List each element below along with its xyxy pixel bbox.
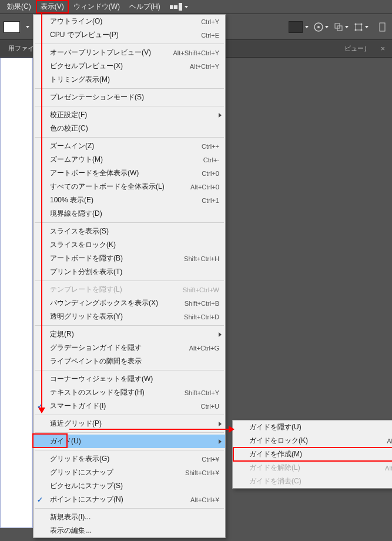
artboard[interactable] — [0, 58, 33, 528]
menu-item-label: ガイドを隠す(U) — [249, 422, 392, 432]
menu-item-shortcut: Ctrl++ — [202, 143, 219, 150]
menu-view[interactable]: 表示(V) — [36, 0, 69, 14]
menu-item-label: バウンディングボックスを表示(X) — [50, 298, 185, 308]
svg-point-8 — [361, 29, 363, 31]
menu-item[interactable]: トリミング表示(M) — [33, 73, 225, 86]
menu-item[interactable]: 境界線を隠す(D) — [33, 207, 225, 221]
menu-item-shortcut: Ctrl+U — [201, 403, 219, 410]
menu-item-shortcut: Shift+Ctrl+B — [185, 300, 219, 307]
close-icon[interactable]: × — [377, 45, 388, 53]
menu-item[interactable]: スライスをロック(K) — [33, 238, 225, 252]
submenu-item[interactable]: ガイドをロック(K)Alt+Ctrl+; — [233, 434, 392, 448]
submenu-item[interactable]: ガイドを作成(M)Ctrl+5 — [233, 448, 392, 461]
menu-item-shortcut: Alt+Ctrl+; — [387, 438, 392, 445]
menu-separator — [35, 325, 224, 326]
menu-item-label: トリミング表示(M) — [50, 75, 219, 85]
menu-item[interactable]: スライスを表示(S) — [33, 225, 225, 238]
menu-item: テンプレートを隠す(L)Shift+Ctrl+W — [33, 283, 225, 296]
menubar: 効果(C) 表示(V) ウィンドウ(W) ヘルプ(H) — [0, 0, 392, 14]
menu-item-label: 遠近グリッド(P) — [50, 419, 219, 429]
style-swatch[interactable] — [289, 21, 303, 33]
submenu-item: ガイドを解除(L)Alt+Ctrl+5 — [233, 461, 392, 475]
menu-item-label: テキストのスレッドを隠す(H) — [50, 388, 185, 398]
menu-item-label: コーナーウィジェットを隠す(W) — [50, 374, 219, 384]
menu-item[interactable]: バウンディングボックスを表示(X)Shift+Ctrl+B — [33, 296, 225, 310]
menu-item[interactable]: 色の校正(C) — [33, 122, 225, 135]
menu-item[interactable]: プリント分割を表示(T) — [33, 265, 225, 279]
menu-item-label: アートボードを全体表示(W) — [50, 168, 202, 178]
menu-item[interactable]: ズームイン(Z)Ctrl++ — [33, 139, 225, 153]
menu-separator — [35, 450, 224, 450]
menu-item-label: 境界線を隠す(D) — [50, 209, 219, 219]
menu-item[interactable]: 遠近グリッド(P) — [33, 417, 225, 430]
menu-item-label: ピクセルにスナップ(S) — [50, 481, 219, 491]
menu-item[interactable]: グリッドを表示(G)Ctrl+¥ — [33, 452, 225, 466]
menu-item-shortcut: Ctrl+1 — [202, 197, 219, 204]
menu-item[interactable]: 新規表示(I)... — [33, 510, 225, 524]
menu-item[interactable]: ✓ポイントにスナップ(N)Alt+Ctrl+¥ — [33, 493, 225, 506]
fill-swatch[interactable] — [4, 21, 20, 33]
submenu-item[interactable]: ガイドを隠す(U)Ctrl+; — [233, 420, 392, 434]
menu-item[interactable]: ガイド(U) — [33, 435, 225, 448]
menu-item[interactable]: アートボードを全体表示(W)Ctrl+0 — [33, 166, 225, 180]
chevron-down-icon[interactable] — [305, 26, 309, 28]
checkmark-icon: ✓ — [37, 402, 43, 410]
isolate-icon[interactable] — [373, 19, 388, 35]
menu-item-label: ポイントにスナップ(N) — [50, 495, 190, 505]
menu-item-label: ガイドを作成(M) — [249, 449, 392, 459]
chevron-down-icon — [185, 6, 188, 8]
menu-item-shortcut: Ctrl+¥ — [202, 456, 219, 463]
menu-item-shortcut: Ctrl+E — [201, 32, 219, 39]
menu-item[interactable]: グリッドにスナップShift+Ctrl+¥ — [33, 466, 225, 479]
menu-separator — [35, 88, 224, 89]
menu-item[interactable]: 定規(R) — [33, 328, 225, 341]
menu-item[interactable]: ライブペイントの隙間を表示 — [33, 355, 225, 368]
chevron-down-icon — [345, 26, 349, 28]
menu-item[interactable]: CPU でプレビュー(P)Ctrl+E — [33, 28, 225, 42]
menu-effects[interactable]: 効果(C) — [2, 0, 36, 14]
submenu-item: ガイドを消去(C) — [233, 475, 392, 488]
menu-item[interactable]: テキストのスレッドを隠す(H)Shift+Ctrl+Y — [33, 386, 225, 399]
menu-item[interactable]: ピクセルにスナップ(S) — [33, 479, 225, 493]
menu-item[interactable]: アートボードを隠す(B)Shift+Ctrl+H — [33, 252, 225, 265]
layout-switcher-icon[interactable] — [170, 3, 188, 11]
menu-item[interactable]: コーナーウィジェットを隠す(W) — [33, 372, 225, 386]
chevron-down-icon[interactable] — [26, 26, 29, 28]
menu-item[interactable]: ✓スマートガイド(I)Ctrl+U — [33, 399, 225, 413]
menu-item[interactable]: オーバープリントプレビュー(V)Alt+Shift+Ctrl+Y — [33, 46, 225, 59]
menu-help[interactable]: ヘルプ(H) — [125, 0, 165, 14]
circle-icon[interactable] — [313, 19, 329, 35]
svg-point-5 — [355, 23, 357, 25]
menu-item-shortcut: Ctrl+- — [203, 156, 219, 163]
menu-item-label: スライスを表示(S) — [50, 226, 219, 236]
menu-separator — [35, 222, 224, 223]
menu-item-label: 校正設定(F) — [50, 110, 219, 120]
menu-item-label: ガイドをロック(K) — [249, 436, 387, 446]
menu-item[interactable]: ズームアウト(M)Ctrl+- — [33, 153, 225, 166]
menu-item[interactable]: 透明グリッドを表示(Y)Shift+Ctrl+D — [33, 310, 225, 323]
menu-item-label: グリッドを表示(G) — [50, 454, 202, 464]
menu-item[interactable]: 校正設定(F) — [33, 108, 225, 122]
svg-rect-9 — [380, 23, 385, 31]
menu-item[interactable]: グラデーションガイドを隠すAlt+Ctrl+G — [33, 341, 225, 355]
menu-item-label: 100% 表示(E) — [50, 195, 202, 205]
menu-separator — [35, 106, 224, 106]
svg-point-7 — [355, 29, 357, 31]
menu-item[interactable]: 表示の編集... — [33, 524, 225, 537]
tab-right-partial[interactable]: ビュー） — [340, 42, 375, 55]
menu-item[interactable]: ピクセルプレビュー(X)Alt+Ctrl+Y — [33, 59, 225, 73]
transform-icon[interactable] — [353, 19, 368, 35]
menu-item[interactable]: アウトライン(O)Ctrl+Y — [33, 15, 225, 28]
menu-item[interactable]: 100% 表示(E)Ctrl+1 — [33, 193, 225, 207]
menu-window[interactable]: ウィンドウ(W) — [69, 0, 125, 14]
menu-separator — [35, 370, 224, 370]
menu-item[interactable]: すべてのアートボードを全体表示(L)Alt+Ctrl+0 — [33, 180, 225, 193]
menu-item-label: グラデーションガイドを隠す — [50, 343, 189, 353]
menu-separator — [35, 280, 224, 281]
menu-item-shortcut: Shift+Ctrl+Y — [185, 389, 219, 396]
menu-separator — [35, 508, 224, 509]
menu-item-label: ガイドを消去(C) — [249, 476, 392, 486]
menu-item-label: ガイドを解除(L) — [249, 463, 385, 473]
menu-item[interactable]: プレゼンテーションモード(S) — [33, 91, 225, 104]
align-icon[interactable] — [333, 19, 349, 35]
